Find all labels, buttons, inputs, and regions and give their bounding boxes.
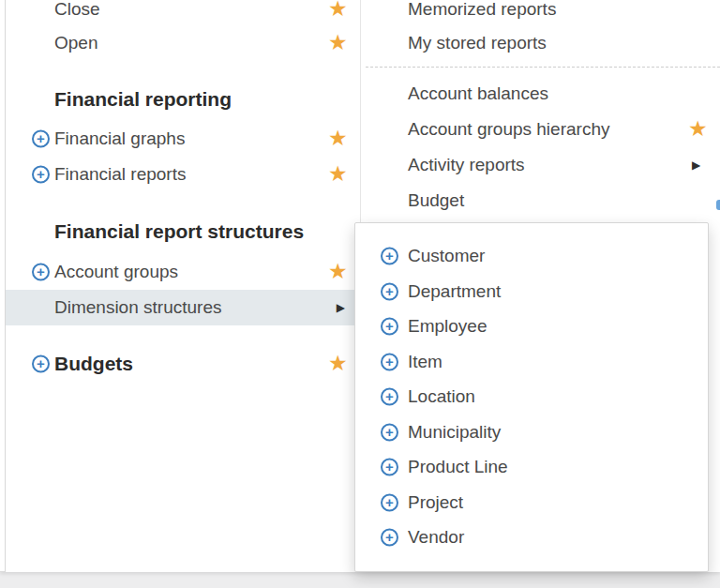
expand-plus-icon[interactable]: + [32,166,50,184]
favorite-star-icon[interactable]: ★ [688,118,708,140]
favorite-star-icon[interactable]: ★ [328,32,348,53]
expand-plus-icon[interactable]: + [381,354,398,371]
menu-item-label: Activity reports [408,155,525,175]
flyout-item-location[interactable]: + Location [355,379,708,415]
menu-item-label: My stored reports [408,33,547,53]
expand-plus-icon[interactable]: + [381,459,398,476]
section-header-label: Financial reporting [54,88,232,111]
dashed-section-divider [366,67,720,68]
menu-item-label: Employee [408,316,488,337]
favorite-star-icon[interactable]: ★ [328,261,348,282]
favorite-star-icon[interactable]: ★ [328,0,348,20]
expand-plus-icon[interactable]: + [32,130,50,148]
menu-item-label: Municipality [408,422,501,443]
menu-item-budgets[interactable]: + Budgets ★ [6,346,360,382]
menu-item-label: Budgets [54,353,133,375]
expand-plus-icon[interactable]: + [381,248,398,265]
section-header-financial-reporting: Financial reporting [6,82,360,117]
menu-item-label: Close [54,0,100,20]
expand-plus-icon[interactable]: + [32,264,50,281]
expand-plus-icon[interactable]: + [381,318,398,336]
left-menu-panel: Close ★ Open ★ Financial reporting + Fin… [5,0,361,572]
flyout-item-project[interactable]: + Project [355,485,708,520]
favorite-star-icon[interactable]: ★ [328,353,348,374]
section-header-label: Financial report structures [54,220,304,243]
menu-item-label: Project [408,492,463,513]
menu-item-financial-graphs[interactable]: + Financial graphs ★ [6,121,360,157]
expand-plus-icon[interactable]: + [381,283,398,301]
flyout-item-employee[interactable]: + Employee [355,309,708,344]
submenu-arrow-icon: ▶ [692,159,700,171]
menu-item-label: Financial graphs [54,128,185,149]
menu-item-label: Account groups [54,262,178,282]
menu-item-label: Financial reports [54,164,186,185]
menu-item-label: Location [408,386,475,407]
flyout-item-department[interactable]: + Department [355,274,708,309]
menu-item-label: Customer [408,246,485,266]
menu-item-account-groups[interactable]: + Account groups ★ [6,254,360,290]
menu-item-label: Memorized reports [408,0,556,20]
menu-item-my-stored-reports[interactable]: My stored reports [362,25,720,61]
menu-item-label: Budget [408,190,464,211]
clipped-icon-artifact [716,200,720,210]
flyout-item-vendor[interactable]: + Vendor [355,520,708,555]
mega-menu-screen: Close ★ Open ★ Financial reporting + Fin… [0,0,720,588]
menu-item-account-balances[interactable]: Account balances [362,76,720,112]
menu-item-budget[interactable]: Budget [362,183,720,219]
menu-item-label: Product Line [408,457,508,477]
menu-item-label: Department [408,281,501,302]
menu-item-dimension-structures[interactable]: Dimension structures ▶ [6,290,360,325]
menu-item-open[interactable]: Open ★ [6,25,360,61]
flyout-item-product-line[interactable]: + Product Line [355,449,708,485]
flyout-item-municipality[interactable]: + Municipality [355,415,708,450]
submenu-arrow-icon: ▶ [337,302,345,313]
menu-item-label: Account groups hierarchy [408,119,609,140]
menu-item-memorized-reports[interactable]: Memorized reports [362,0,720,27]
menu-item-activity-reports[interactable]: Activity reports ▶ [362,147,720,183]
favorite-star-icon[interactable]: ★ [328,128,348,149]
section-header-financial-report-structures: Financial report structures [6,214,360,249]
expand-plus-icon[interactable]: + [381,424,398,442]
menu-item-label: Account balances [408,83,548,104]
dimension-structures-flyout: + Customer + Department + Employee + Ite… [354,222,709,572]
menu-item-account-groups-hierarchy[interactable]: Account groups hierarchy ★ [362,112,720,147]
menu-item-label: Vendor [408,527,464,548]
expand-plus-icon[interactable]: + [381,529,398,547]
menu-item-financial-reports[interactable]: + Financial reports ★ [6,157,360,192]
expand-plus-icon[interactable]: + [381,388,398,406]
menu-item-label: Dimension structures [54,297,221,318]
expand-plus-icon[interactable]: + [32,355,50,373]
menu-item-label: Item [408,352,442,372]
flyout-item-customer[interactable]: + Customer [355,238,708,274]
expand-plus-icon[interactable]: + [381,494,398,512]
flyout-item-item[interactable]: + Item [355,344,708,380]
menu-item-close[interactable]: Close ★ [6,0,360,27]
menu-item-label: Open [54,33,98,53]
favorite-star-icon[interactable]: ★ [328,163,348,185]
